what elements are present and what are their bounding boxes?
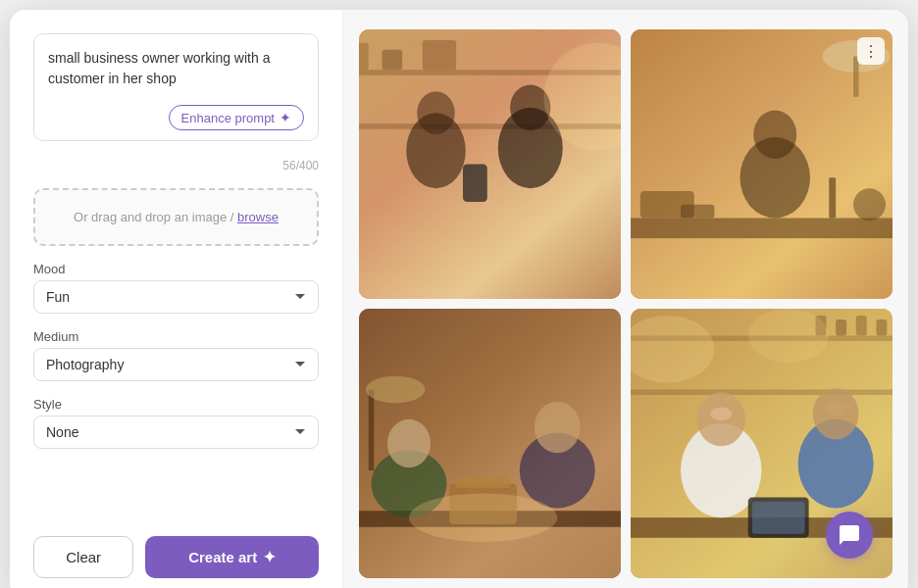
- medium-field-group: Medium Photography Illustration Painting…: [33, 329, 319, 381]
- svg-rect-39: [876, 319, 887, 336]
- style-field-group: Style None Vintage Modern Minimalist Bol…: [33, 397, 319, 449]
- svg-point-27: [387, 419, 431, 468]
- svg-rect-5: [423, 40, 456, 70]
- svg-rect-23: [369, 390, 375, 471]
- svg-point-50: [748, 309, 830, 363]
- svg-point-17: [753, 111, 796, 160]
- medium-select[interactable]: Photography Illustration Painting Digita…: [33, 348, 319, 381]
- generated-image-2: [631, 29, 892, 299]
- chat-bubble-button[interactable]: [826, 512, 873, 559]
- svg-rect-15: [631, 219, 892, 239]
- svg-rect-10: [463, 165, 487, 203]
- svg-rect-31: [456, 477, 510, 488]
- image-cell-2[interactable]: ⋮: [631, 29, 892, 299]
- chat-icon: [838, 523, 861, 547]
- generated-image-1: [359, 29, 621, 299]
- image-cell-1[interactable]: [359, 29, 621, 299]
- left-panel: small business owner working with a cust…: [10, 10, 343, 588]
- svg-rect-4: [382, 50, 403, 71]
- svg-point-47: [710, 407, 732, 420]
- app-container: small business owner working with a cust…: [10, 10, 908, 588]
- svg-point-24: [366, 376, 426, 404]
- bottom-buttons: Clear Create art✦: [33, 528, 319, 578]
- char-count: 56/400: [33, 159, 319, 172]
- sparkle-icon: ✦: [280, 110, 291, 125]
- right-panel: ⋮: [343, 10, 908, 588]
- svg-point-29: [535, 402, 581, 453]
- drop-zone-text: Or drag and drop an image /: [74, 210, 237, 224]
- style-select[interactable]: None Vintage Modern Minimalist Bold: [33, 416, 319, 449]
- svg-point-48: [827, 402, 845, 416]
- create-art-label: Create art: [188, 549, 257, 565]
- enhance-prompt-label: Enhance prompt: [181, 111, 275, 125]
- svg-point-19: [853, 188, 886, 220]
- svg-rect-3: [359, 43, 369, 71]
- mood-select[interactable]: Fun Serious Playful Calm Energetic: [33, 280, 319, 314]
- create-sparkle-icon: ✦: [263, 548, 276, 566]
- mood-field-group: Mood Fun Serious Playful Calm Energetic: [33, 262, 319, 314]
- svg-rect-37: [836, 319, 846, 336]
- clear-button[interactable]: Clear: [33, 536, 133, 578]
- svg-rect-38: [856, 316, 867, 336]
- enhance-prompt-button[interactable]: Enhance prompt ✦: [169, 105, 304, 130]
- svg-rect-46: [752, 502, 805, 534]
- browse-link[interactable]: browse: [237, 210, 279, 224]
- generated-image-3: [359, 309, 621, 578]
- svg-point-7: [417, 91, 455, 134]
- svg-rect-20: [681, 205, 714, 219]
- svg-rect-21: [829, 177, 836, 218]
- image-cell-3[interactable]: [359, 309, 621, 578]
- medium-label: Medium: [33, 329, 319, 344]
- svg-rect-35: [631, 390, 892, 396]
- more-options-button[interactable]: ⋮: [857, 37, 885, 65]
- prompt-box: small business owner working with a cust…: [33, 33, 319, 141]
- create-art-button[interactable]: Create art✦: [145, 536, 319, 578]
- svg-point-32: [409, 493, 557, 542]
- more-options-icon: ⋮: [863, 42, 879, 61]
- mood-label: Mood: [33, 262, 319, 276]
- image-grid: ⋮: [359, 29, 892, 578]
- style-label: Style: [33, 397, 319, 412]
- prompt-text[interactable]: small business owner working with a cust…: [48, 48, 304, 95]
- drop-zone[interactable]: Or drag and drop an image / browse: [33, 188, 319, 246]
